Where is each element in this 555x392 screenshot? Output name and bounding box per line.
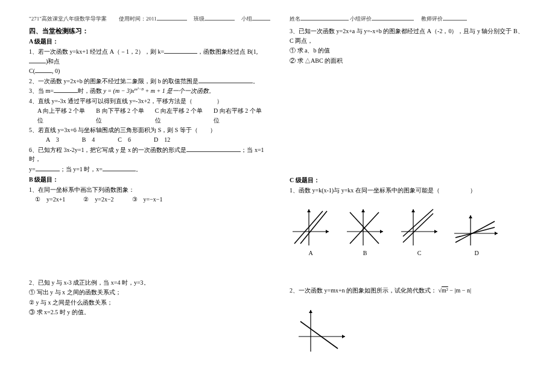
doc-title: "271"高效课堂八年级数学导学案 bbox=[29, 16, 107, 22]
a-q5: 5、若直线 y=3x+6 与坐标轴围成的三角形面积为 S，则 S 等于（ ） bbox=[29, 125, 265, 135]
svg-marker-3 bbox=[307, 209, 311, 212]
a-q1: 1、若一次函数 y=kx+1 经过点 A（－1，2），则 k=，函数图象经过点 … bbox=[29, 47, 265, 66]
b-q2-2: ② y 与 x 之间是什么函数关系； bbox=[29, 298, 265, 308]
b-q2: 2、已知 y 与 x-3 成正比例，当 x=4 时，y=3。 bbox=[29, 278, 265, 288]
a-q1-cont: C(, 0) bbox=[29, 66, 265, 76]
svg-line-5 bbox=[300, 211, 327, 244]
name-label: 姓名 bbox=[290, 16, 300, 22]
svg-line-17 bbox=[403, 209, 433, 236]
b-q1: 1、在同一坐标系中画出下列函数图象： bbox=[29, 185, 265, 195]
svg-marker-9 bbox=[361, 209, 365, 212]
b-q2-3: ③ 求 x=2.5 时 y 的值。 bbox=[29, 308, 265, 317]
svg-marker-15 bbox=[411, 209, 415, 212]
right-q3-2: ② 求 △ABC 的面积 bbox=[290, 56, 526, 66]
a-q6: 6、已知方程 3x-2y=1，把它写成 y 是 x 的一次函数的形式是；当 x=… bbox=[29, 145, 265, 164]
level-c-title: C 级题目： bbox=[290, 176, 526, 185]
a-q5-opts: A 3 B 4 C 6 D 12 bbox=[46, 136, 265, 144]
teacher-eval-label: 教师评价 bbox=[421, 16, 443, 22]
svg-marker-13 bbox=[434, 230, 437, 233]
a-q3: 3、当 m=时，函数 y = (m − 3)xm²−8 + m + 1 是一个一… bbox=[29, 86, 265, 96]
svg-marker-27 bbox=[309, 310, 312, 313]
c-q1: 1、函数 y=k(x-1)与 y=kx 在同一坐标系中的图象可能是（ ） bbox=[290, 186, 526, 195]
a-q6-cont: y=；当 y=1 时，x=。 bbox=[29, 165, 265, 174]
group-eval-label: 小组评价 bbox=[350, 16, 372, 22]
c-q2-formula: √m² − |m − n| bbox=[439, 287, 471, 294]
b-q1-opts: ① y=2x+1 ② y=2x−2 ③ y=−x−1 bbox=[35, 195, 265, 204]
svg-marker-1 bbox=[326, 230, 329, 233]
chart-b: B bbox=[344, 206, 386, 256]
c-q2-chart bbox=[296, 306, 526, 355]
svg-marker-25 bbox=[342, 335, 345, 338]
svg-line-28 bbox=[300, 321, 338, 349]
level-b-title: B 级题目： bbox=[29, 175, 265, 184]
c-q1-charts: A B C bbox=[290, 206, 526, 256]
a-q4-opts: A 向上平移 2 个单位 B 向下平移 2 个单位 C 向左平移 2 个单位 D… bbox=[37, 106, 265, 125]
right-q3-1: ① 求 a、b 的值 bbox=[290, 46, 526, 55]
svg-marker-7 bbox=[380, 230, 383, 233]
use-time-label: 使用时间：2011 bbox=[119, 16, 157, 22]
section-4-title: 四、当堂检测练习： bbox=[29, 27, 265, 36]
header-right: 姓名 小组评价 教师评价 bbox=[290, 14, 526, 23]
c-q2: 2、一次函数 y=mx+n 的图象如图所示，试化简代数式： √m² − |m −… bbox=[290, 286, 526, 296]
class-label: 班级 bbox=[194, 16, 205, 22]
svg-marker-21 bbox=[469, 215, 472, 218]
right-q3: 3、已知一次函数 y=2x+a 与 y=-x+b 的图象都经过点 A（-2，0）… bbox=[290, 27, 526, 45]
right-column: 姓名 小组评价 教师评价 3、已知一次函数 y=2x+a 与 y=-x+b 的图… bbox=[290, 14, 526, 380]
header-left: "271"高效课堂八年级数学导学案 使用时间：2011 班级 小组 bbox=[29, 14, 265, 23]
level-a-title: A 级题目： bbox=[29, 37, 265, 46]
svg-line-23 bbox=[455, 227, 495, 238]
chart-a: A bbox=[290, 206, 332, 256]
svg-line-16 bbox=[403, 213, 433, 242]
svg-line-22 bbox=[455, 221, 495, 242]
svg-marker-19 bbox=[495, 232, 498, 235]
chart-d: D bbox=[452, 212, 501, 256]
b-q2-1: ① 写出 y 与 x 之间的函数关系式； bbox=[29, 288, 265, 297]
left-column: "271"高效课堂八年级数学导学案 使用时间：2011 班级 小组 四、当堂检测… bbox=[29, 14, 265, 380]
a-q2: 2、一次函数 y=2x+b 的图象不经过第二象限，则 b 的取值范围是。 bbox=[29, 77, 265, 86]
a-q4: 4、直线 y=-3x 通过平移可以得到直线 y=-3x+2，平移方法是（ ） bbox=[29, 96, 265, 106]
group-label: 小组 bbox=[241, 16, 252, 22]
chart-c: C bbox=[398, 206, 440, 256]
